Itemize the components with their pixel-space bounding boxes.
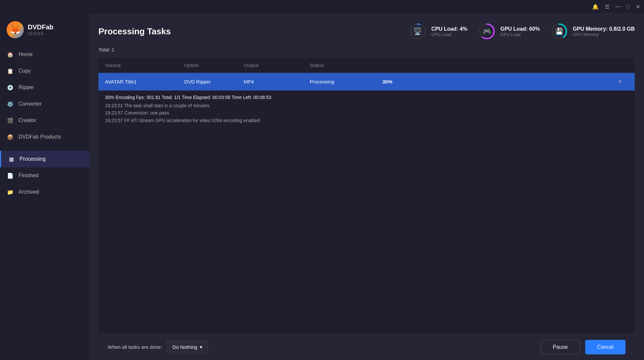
- dropdown-arrow-icon: ▾: [200, 344, 202, 350]
- when-done-section: When all tasks are done: Do Nothing ▾: [108, 341, 208, 354]
- nav-separator: [5, 148, 84, 148]
- sidebar-item-copy[interactable]: 📋 Copy: [0, 63, 89, 79]
- sidebar-item-processing-label: Processing: [19, 156, 46, 162]
- sidebar-item-ripper-label: Ripper: [18, 84, 34, 90]
- col-output: Output: [244, 62, 310, 68]
- finished-icon: 📄: [7, 172, 14, 179]
- close-icon[interactable]: ✕: [636, 4, 640, 10]
- cpu-ring: 🖥️: [409, 22, 427, 40]
- memory-label: GPU Memory: 0.8/2.0 GB: [573, 26, 635, 32]
- table-header: Source Option Output Status: [98, 58, 635, 73]
- task-source: AVATAR.Title1: [105, 79, 184, 84]
- logo-text: DVDFab 13.0.0.0: [28, 23, 54, 36]
- action-buttons: Pause Cancel: [541, 340, 626, 354]
- content-header: Processing Tasks 🖥️ CPU Load: 4% CPU Loa…: [98, 22, 635, 40]
- memory-sublabel: GPU Memory: [573, 32, 635, 37]
- memory-info: GPU Memory: 0.8/2.0 GB GPU Memory: [573, 26, 635, 37]
- log-progress-line: 30% Encoding Fps: 301.81 Total: 1/1 Time…: [105, 95, 628, 100]
- sidebar: DVDFab 13.0.0.0 🏠 Home 📋 Copy 💿 Ripper ⚙…: [0, 13, 89, 360]
- sidebar-item-creator-label: Creator: [18, 117, 36, 123]
- col-status: Status: [310, 62, 382, 68]
- table-row[interactable]: AVATAR.Title1 DVD Ripper MP4 Processing …: [98, 73, 635, 90]
- bottom-bar: When all tasks are done: Do Nothing ▾ Pa…: [98, 334, 635, 360]
- sidebar-item-archived-label: Archived: [18, 189, 39, 195]
- dvdfab-products-icon: 📦: [7, 133, 14, 141]
- task-log: 30% Encoding Fps: 301.81 Total: 1/1 Time…: [98, 90, 635, 128]
- cpu-stat: 🖥️ CPU Load: 4% CPU Load: [409, 22, 467, 40]
- converter-icon: ⚙️: [7, 100, 14, 108]
- total-line: Total: 1: [98, 47, 635, 52]
- sidebar-item-archived[interactable]: 📁 Archived: [0, 184, 89, 200]
- col-action: [612, 62, 628, 68]
- sidebar-item-home-label: Home: [18, 51, 33, 57]
- memory-icon: 💾: [555, 27, 563, 35]
- menu-icon[interactable]: ☰: [605, 4, 609, 10]
- main-content: Processing Tasks 🖥️ CPU Load: 4% CPU Loa…: [89, 13, 644, 360]
- processing-icon: ▦: [8, 155, 15, 163]
- page-title: Processing Tasks: [98, 26, 171, 37]
- notification-icon[interactable]: 🔔: [592, 4, 599, 10]
- cpu-label: CPU Load: 4%: [431, 26, 467, 32]
- task-table: Source Option Output Status AVATAR.Title…: [98, 58, 635, 334]
- sidebar-item-finished[interactable]: 📄 Finished: [0, 167, 89, 184]
- sidebar-logo: DVDFab 13.0.0.0: [0, 18, 89, 46]
- copy-icon: 📋: [7, 67, 14, 75]
- sidebar-item-dvdfab-products-label: DVDFab Products: [18, 134, 61, 140]
- cpu-icon: 🖥️: [413, 27, 422, 35]
- gpu-sublabel: GPU Load: [500, 32, 540, 37]
- memory-stat: 💾 GPU Memory: 0.8/2.0 GB GPU Memory: [550, 22, 635, 40]
- home-icon: 🏠: [7, 51, 14, 58]
- task-option: DVD Ripper: [184, 79, 244, 84]
- when-done-label: When all tasks are done:: [108, 344, 162, 350]
- task-progress: 30%: [382, 79, 612, 84]
- stats-bar: 🖥️ CPU Load: 4% CPU Load 🎮: [409, 22, 635, 40]
- app-body: DVDFab 13.0.0.0 🏠 Home 📋 Copy 💿 Ripper ⚙…: [0, 13, 644, 360]
- cancel-button[interactable]: Cancel: [585, 340, 626, 354]
- archived-icon: 📁: [7, 188, 14, 196]
- app-version: 13.0.0.0: [28, 31, 54, 36]
- ripper-icon: 💿: [7, 84, 14, 91]
- sidebar-item-creator[interactable]: 🎬 Creator: [0, 112, 89, 129]
- sidebar-item-dvdfab-products[interactable]: 📦 DVDFab Products: [0, 129, 89, 145]
- sidebar-item-finished-label: Finished: [18, 173, 38, 179]
- col-progress: [382, 62, 612, 68]
- gpu-stat: 🎮 GPU Load: 60% GPU Load: [478, 22, 540, 40]
- pause-button[interactable]: Pause: [541, 340, 580, 354]
- sidebar-item-processing[interactable]: ▦ Processing: [0, 151, 89, 167]
- gpu-info: GPU Load: 60% GPU Load: [500, 26, 540, 37]
- cpu-info: CPU Load: 4% CPU Load: [431, 26, 467, 37]
- log-line-2: 19:23:57 Conversion: one pass: [105, 109, 628, 116]
- task-close-button[interactable]: ×: [612, 78, 628, 85]
- col-source: Source: [105, 62, 184, 68]
- app-name: DVDFab: [28, 23, 54, 31]
- task-output: MP4: [244, 79, 310, 84]
- col-option: Option: [184, 62, 244, 68]
- when-done-value: Do Nothing: [172, 344, 197, 350]
- cpu-sublabel: CPU Load: [431, 32, 467, 37]
- memory-ring: 💾: [550, 22, 568, 40]
- maximize-icon[interactable]: □: [626, 4, 630, 10]
- app-logo: [7, 21, 24, 38]
- sidebar-item-converter-label: Converter: [18, 101, 42, 107]
- titlebar: 🔔 ☰ — □ ✕: [0, 0, 644, 13]
- sidebar-item-converter[interactable]: ⚙️ Converter: [0, 96, 89, 112]
- gpu-icon: 🎮: [483, 27, 491, 35]
- sidebar-item-ripper[interactable]: 💿 Ripper: [0, 79, 89, 96]
- minimize-icon[interactable]: —: [615, 4, 621, 10]
- log-line-1: 19:23:51 The task shall start in a coupl…: [105, 102, 628, 109]
- sidebar-item-home[interactable]: 🏠 Home: [0, 46, 89, 63]
- when-done-select[interactable]: Do Nothing ▾: [167, 341, 208, 354]
- task-status: Processing: [310, 79, 382, 84]
- gpu-ring: 🎮: [478, 22, 496, 40]
- gpu-label: GPU Load: 60%: [500, 26, 540, 32]
- log-line-3: 19:23:57 FF ATI Stream GPU acceleration …: [105, 117, 628, 124]
- sidebar-item-copy-label: Copy: [18, 68, 31, 74]
- creator-icon: 🎬: [7, 117, 14, 124]
